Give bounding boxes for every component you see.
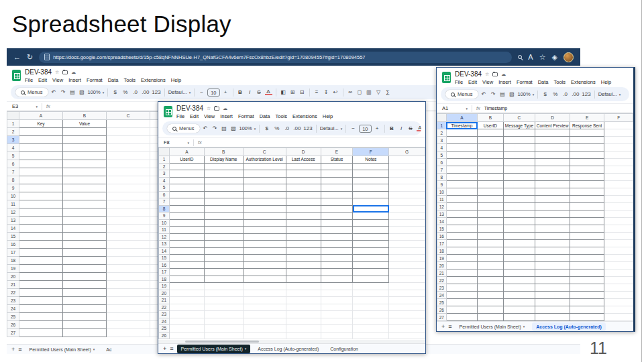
cell-B2[interactable] xyxy=(204,163,243,170)
cell-F22[interactable] xyxy=(604,277,633,284)
cell-C12[interactable] xyxy=(243,233,286,241)
cell-A23[interactable] xyxy=(446,284,478,292)
cell-A19[interactable] xyxy=(169,283,204,290)
cell-D26[interactable] xyxy=(535,306,570,314)
cell-E10[interactable] xyxy=(570,188,604,196)
cell-E26[interactable] xyxy=(570,306,604,314)
row-header-21[interactable]: 21 xyxy=(437,269,447,277)
cell-D12[interactable] xyxy=(286,233,321,241)
cell-B7[interactable] xyxy=(63,168,107,176)
borders-icon[interactable]: ⊞ xyxy=(289,90,297,95)
row-header-24[interactable]: 24 xyxy=(159,318,170,325)
cell-A21[interactable] xyxy=(19,281,63,289)
cell-A3[interactable] xyxy=(19,136,63,144)
row-header-7[interactable]: 7 xyxy=(159,198,170,206)
cell-A11[interactable] xyxy=(169,227,204,234)
number-format-button[interactable]: $ xyxy=(111,90,119,95)
cell-F5[interactable] xyxy=(604,152,633,159)
cell-C1[interactable]: Message Type xyxy=(503,122,535,129)
cell-F2[interactable] xyxy=(604,129,633,137)
cell-F9[interactable] xyxy=(353,213,389,220)
cell-G11[interactable] xyxy=(389,227,425,234)
cell-F10[interactable] xyxy=(353,219,389,227)
cell-C10[interactable] xyxy=(107,192,150,200)
row-header-13[interactable]: 13 xyxy=(7,217,19,225)
cell-G1[interactable] xyxy=(389,156,425,164)
cell-B24[interactable] xyxy=(63,305,107,313)
row-header-24[interactable]: 24 xyxy=(437,292,447,299)
cell-D14[interactable] xyxy=(286,247,321,255)
cell-F19[interactable] xyxy=(604,255,633,262)
cell-A19[interactable] xyxy=(19,265,63,273)
cell-A9[interactable] xyxy=(19,184,63,192)
cell-E15[interactable] xyxy=(570,225,604,233)
cell-A7[interactable] xyxy=(169,198,204,206)
print-icon[interactable]: ▤ xyxy=(221,126,228,131)
cell-E15[interactable] xyxy=(321,255,353,262)
cell-C2[interactable] xyxy=(503,129,535,137)
cell-A4[interactable] xyxy=(446,144,478,152)
text-wrap-icon[interactable]: ↩ xyxy=(332,90,339,95)
row-header-13[interactable]: 13 xyxy=(437,210,447,218)
cell-B27[interactable] xyxy=(478,314,503,321)
horizontal-align-icon[interactable]: ≡ xyxy=(313,90,321,95)
cell-C18[interactable] xyxy=(243,276,286,283)
column-header-C[interactable]: C xyxy=(503,114,535,122)
cell-B4[interactable] xyxy=(204,177,243,184)
cell-E24[interactable] xyxy=(321,318,353,325)
cell-C21[interactable] xyxy=(503,269,535,277)
cell-B3[interactable] xyxy=(478,137,503,144)
cell-C7[interactable] xyxy=(503,166,535,174)
zoom-select[interactable]: 100%▾ xyxy=(518,91,535,97)
cell-C23[interactable] xyxy=(243,311,286,318)
row-header-14[interactable]: 14 xyxy=(7,225,19,233)
cell-F12[interactable] xyxy=(353,233,389,241)
menu-item[interactable]: Extensions xyxy=(292,113,317,119)
row-header-22[interactable]: 22 xyxy=(437,277,447,284)
cell-G16[interactable] xyxy=(389,261,425,269)
row-header-13[interactable]: 13 xyxy=(159,241,170,248)
cell-A7[interactable] xyxy=(19,168,63,176)
cell-D4[interactable] xyxy=(535,144,570,152)
row-header-7[interactable]: 7 xyxy=(7,168,19,176)
row-header-2[interactable]: 2 xyxy=(159,163,170,170)
cell-C16[interactable] xyxy=(243,261,286,269)
cell-E22[interactable] xyxy=(321,304,353,311)
number-format-button[interactable]: .00 xyxy=(142,90,149,95)
cell-F17[interactable] xyxy=(353,269,389,276)
cell-A25[interactable] xyxy=(446,299,478,306)
cell-F26[interactable] xyxy=(353,332,389,339)
doc-title[interactable]: DEV-384 xyxy=(25,68,52,76)
cell-B4[interactable] xyxy=(478,144,503,152)
cell-D1[interactable]: Content Preview xyxy=(535,122,570,129)
cell-G8[interactable] xyxy=(389,205,425,213)
cell-A9[interactable] xyxy=(169,213,204,220)
sheet-tab-access-log[interactable]: Access Log (Auto-generated) xyxy=(254,345,323,353)
cell-G2[interactable] xyxy=(389,163,425,170)
cell-E25[interactable] xyxy=(321,325,353,333)
cell-C12[interactable] xyxy=(107,208,150,217)
cell-B6[interactable] xyxy=(63,160,107,168)
column-header-A[interactable]: A xyxy=(446,114,478,122)
cell-E18[interactable] xyxy=(321,276,353,283)
undo-icon[interactable]: ↶ xyxy=(480,92,488,97)
cell-A4[interactable] xyxy=(169,177,204,184)
cell-D23[interactable] xyxy=(535,284,570,292)
row-header-2[interactable]: 2 xyxy=(7,128,19,136)
row-header-11[interactable]: 11 xyxy=(437,196,447,203)
cell-F3[interactable] xyxy=(604,137,633,144)
cell-A23[interactable] xyxy=(19,297,63,305)
cell-C26[interactable] xyxy=(107,321,150,329)
number-format-button[interactable]: .00 xyxy=(293,126,301,131)
column-header-B[interactable]: B xyxy=(204,148,243,156)
cell-D4[interactable] xyxy=(286,177,321,184)
cell-B25[interactable] xyxy=(204,325,243,333)
cell-D15[interactable] xyxy=(535,225,570,233)
menu-item[interactable]: Edit xyxy=(190,113,199,119)
fill-color-icon[interactable]: ◧ xyxy=(280,90,287,95)
menu-item[interactable]: Tools xyxy=(554,79,566,85)
cell-D10[interactable] xyxy=(286,219,321,227)
cell-B8[interactable] xyxy=(204,205,243,213)
star-icon[interactable]: ☆ xyxy=(55,70,59,74)
cell-F4[interactable] xyxy=(353,177,389,184)
